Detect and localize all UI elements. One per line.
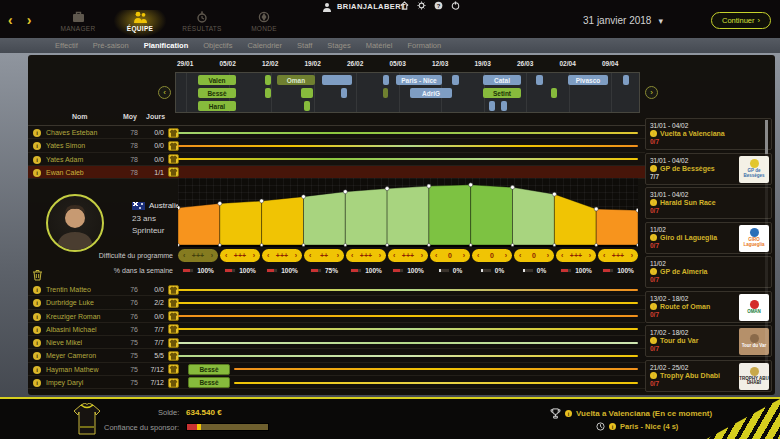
race-bar[interactable] bbox=[551, 88, 557, 98]
info-icon[interactable]: i bbox=[33, 339, 41, 347]
gear-icon[interactable] bbox=[417, 1, 426, 10]
race-chip-besse[interactable]: Bessè bbox=[188, 364, 230, 375]
race-card-gp-de-besseges[interactable]: 31/01 - 04/02iGP de Bessèges7/7GP de Bes… bbox=[645, 153, 772, 185]
race-bar-valen[interactable]: Valen bbox=[198, 75, 236, 85]
home-icon[interactable] bbox=[400, 1, 409, 10]
info-icon[interactable]: i bbox=[33, 156, 41, 164]
info-icon[interactable]: i bbox=[33, 313, 41, 321]
rider-row-albasini-michael[interactable]: iAlbasini Michael767/7 bbox=[28, 323, 645, 336]
stepper-left-arrow-icon[interactable]: ‹ bbox=[225, 252, 227, 259]
race-card-gp-de-almeria[interactable]: 11/02iGP de Almeria0/7 bbox=[645, 256, 772, 288]
tab-materiel[interactable]: Matériel bbox=[366, 41, 393, 50]
race-card-vuelta-a-valenciana[interactable]: 31/01 - 04/02iVuelta a Valenciana0/7 bbox=[645, 118, 772, 150]
fitness-handle[interactable] bbox=[343, 190, 347, 194]
race-bar[interactable] bbox=[489, 101, 495, 111]
jersey-icon[interactable] bbox=[168, 364, 179, 374]
power-icon[interactable] bbox=[451, 1, 460, 10]
rider-row-meyer-cameron[interactable]: iMeyer Cameron755/5 bbox=[28, 349, 645, 362]
race-card-trophy-abu-dhabi[interactable]: 21/02 - 25/02iTrophy Abu Dhabi0/7TROPHY … bbox=[645, 360, 772, 392]
race-bar[interactable] bbox=[452, 75, 459, 85]
stepper-left-arrow-icon[interactable]: ‹ bbox=[267, 252, 269, 259]
rider-row-yates-adam[interactable]: iYates Adam780/0 bbox=[28, 153, 645, 166]
fitness-handle[interactable] bbox=[469, 183, 473, 187]
rider-row-durbridge-luke[interactable]: iDurbridge Luke762/2 bbox=[28, 296, 645, 309]
stepper-left-arrow-icon[interactable]: ‹ bbox=[183, 252, 185, 259]
scrollbar-thumb[interactable] bbox=[765, 120, 768, 154]
timeline-prev-button[interactable]: ‹ bbox=[158, 86, 171, 99]
difficulty-stepper[interactable]: ‹+++› bbox=[262, 249, 302, 262]
tab-formation[interactable]: Formation bbox=[407, 41, 441, 50]
race-bar-setint[interactable]: Setint bbox=[483, 88, 521, 98]
fitness-handle[interactable] bbox=[594, 207, 598, 211]
rider-row-nieve-mikel[interactable]: iNieve Mikel757/7 bbox=[28, 336, 645, 349]
stepper-right-arrow-icon[interactable]: › bbox=[253, 252, 255, 259]
difficulty-stepper[interactable]: ‹++› bbox=[304, 249, 344, 262]
rider-row-trentin-matteo[interactable]: iTrentin Matteo760/0 bbox=[28, 283, 645, 296]
info-icon[interactable]: i bbox=[33, 326, 41, 334]
stepper-left-arrow-icon[interactable]: ‹ bbox=[477, 252, 479, 259]
stepper-right-arrow-icon[interactable]: › bbox=[337, 252, 339, 259]
race-bar[interactable] bbox=[501, 101, 507, 111]
fitness-handle[interactable] bbox=[178, 206, 180, 210]
stepper-right-arrow-icon[interactable]: › bbox=[211, 252, 213, 259]
difficulty-stepper[interactable]: ‹+++› bbox=[598, 249, 638, 262]
stepper-left-arrow-icon[interactable]: ‹ bbox=[393, 252, 395, 259]
tab-pre-saison[interactable]: Pré-saison bbox=[93, 41, 129, 50]
rider-row-impey-daryl[interactable]: iImpey Daryl757/12Bessè bbox=[28, 376, 645, 389]
race-bar-oman[interactable]: Oman bbox=[277, 75, 315, 85]
fitness-handle[interactable] bbox=[385, 187, 389, 191]
difficulty-stepper[interactable]: ‹0› bbox=[472, 249, 512, 262]
race-bar[interactable] bbox=[265, 75, 271, 85]
stepper-right-arrow-icon[interactable]: › bbox=[295, 252, 297, 259]
race-card-tour-du-var[interactable]: 17/02 - 18/02iTour du Var0/7Tour du Var bbox=[645, 325, 772, 357]
race-bar[interactable] bbox=[304, 101, 310, 111]
race-bar-pivasco[interactable]: Pivasco bbox=[568, 75, 608, 85]
difficulty-stepper[interactable]: ‹0› bbox=[514, 249, 554, 262]
rider-row-yates-simon[interactable]: iYates Simon780/0 bbox=[28, 139, 645, 152]
race-bar-paris-nice[interactable]: Paris - Nice bbox=[396, 75, 442, 85]
race-bar[interactable] bbox=[383, 88, 388, 98]
race-bar-catal[interactable]: Catal bbox=[483, 75, 521, 85]
race-bar[interactable] bbox=[536, 75, 543, 85]
info-icon[interactable]: i bbox=[33, 169, 41, 177]
next-race-row[interactable]: i Paris - Nice (4 s) bbox=[596, 422, 678, 431]
fitness-handle[interactable] bbox=[302, 195, 306, 199]
jersey-icon[interactable] bbox=[168, 167, 179, 177]
info-icon[interactable]: i bbox=[33, 129, 41, 137]
stepper-left-arrow-icon[interactable]: ‹ bbox=[603, 252, 605, 259]
race-card-harald-sun-race[interactable]: 31/01 - 04/02iHarald Sun Race0/7 bbox=[645, 187, 772, 219]
info-icon[interactable]: i bbox=[33, 379, 41, 387]
stepper-right-arrow-icon[interactable]: › bbox=[547, 252, 549, 259]
race-bar[interactable] bbox=[623, 75, 629, 85]
stepper-right-arrow-icon[interactable]: › bbox=[421, 252, 423, 259]
stepper-right-arrow-icon[interactable]: › bbox=[505, 252, 507, 259]
race-bar[interactable] bbox=[265, 88, 271, 98]
tab-stages[interactable]: Stages bbox=[327, 41, 350, 50]
stepper-left-arrow-icon[interactable]: ‹ bbox=[561, 252, 563, 259]
difficulty-stepper[interactable]: ‹+++› bbox=[220, 249, 260, 262]
difficulty-stepper[interactable]: ‹0› bbox=[430, 249, 470, 262]
fitness-handle[interactable] bbox=[552, 192, 556, 196]
fitness-handle[interactable] bbox=[260, 199, 264, 203]
race-card-giro-di-lagueglia[interactable]: 11/02iGiro di Lagueglia0/7GIRO Lagueglia bbox=[645, 222, 772, 254]
difficulty-stepper[interactable]: ‹+++› bbox=[346, 249, 386, 262]
stepper-right-arrow-icon[interactable]: › bbox=[589, 252, 591, 259]
race-chip-besse[interactable]: Bessè bbox=[188, 377, 230, 388]
stepper-right-arrow-icon[interactable]: › bbox=[379, 252, 381, 259]
info-icon[interactable]: i bbox=[33, 352, 41, 360]
race-bar[interactable] bbox=[301, 88, 313, 98]
fitness-handle[interactable] bbox=[427, 184, 431, 188]
tab-objectifs[interactable]: Objectifs bbox=[203, 41, 232, 50]
difficulty-stepper[interactable]: ‹+++› bbox=[178, 249, 218, 262]
rider-row-hayman-mathew[interactable]: iHayman Mathew757/12Bessè bbox=[28, 363, 645, 376]
menu-item-manager[interactable]: MANAGER bbox=[52, 10, 104, 37]
timeline-next-button[interactable]: › bbox=[645, 86, 658, 99]
menu-item-monde[interactable]: MONDE bbox=[238, 10, 290, 37]
continue-button[interactable]: Continuer › bbox=[711, 12, 771, 29]
date-picker[interactable]: 31 janvier 2018 ▾ bbox=[583, 15, 663, 26]
race-bar-besse[interactable]: Bessè bbox=[198, 88, 236, 98]
tab-staff[interactable]: Staff bbox=[297, 41, 312, 50]
jersey-icon[interactable] bbox=[168, 378, 179, 388]
menu-item-equipe[interactable]: ÉQUIPE bbox=[114, 10, 166, 37]
info-icon[interactable]: i bbox=[33, 299, 41, 307]
